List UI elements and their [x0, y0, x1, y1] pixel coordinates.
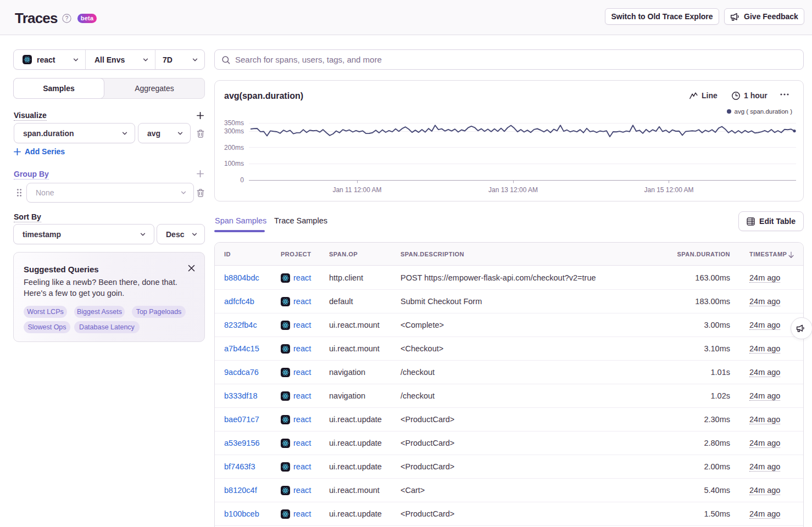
svg-text:0: 0 [240, 176, 244, 184]
svg-text:?: ? [65, 15, 69, 21]
svg-text:100ms: 100ms [224, 160, 244, 167]
svg-text:Jan 13 12:00 AM: Jan 13 12:00 AM [488, 186, 538, 194]
svg-text:350ms: 350ms [224, 119, 244, 127]
svg-text:200ms: 200ms [224, 144, 244, 152]
svg-text:300ms: 300ms [224, 127, 244, 135]
svg-text:Jan 11 12:00 AM: Jan 11 12:00 AM [332, 186, 381, 194]
svg-text:Jan 15 12:00 AM: Jan 15 12:00 AM [644, 186, 693, 194]
